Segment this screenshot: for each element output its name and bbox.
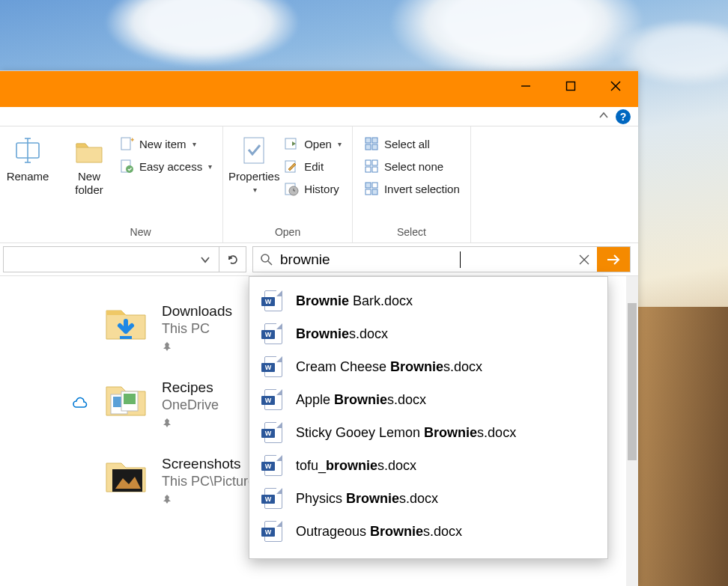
ribbon-header: ? — [0, 107, 638, 126]
edit-icon — [283, 158, 300, 174]
caret-down-icon: ▾ — [338, 140, 342, 148]
caret-down-icon: ▾ — [253, 186, 257, 194]
scrollbar-thumb[interactable] — [628, 303, 637, 460]
edit-label: Edit — [304, 160, 324, 173]
address-bar[interactable] — [3, 246, 246, 272]
folder-icon — [103, 456, 148, 496]
svg-rect-27 — [365, 189, 371, 195]
result-filename: Cream Cheese Brownies.docx — [296, 359, 482, 375]
refresh-button[interactable] — [219, 247, 246, 272]
search-result-item[interactable]: WApple Brownies.docx — [249, 383, 607, 416]
result-filename: Sticky Gooey Lemon Brownies.docx — [296, 425, 516, 441]
new-folder-icon — [73, 134, 106, 167]
search-input[interactable] — [280, 248, 461, 271]
svg-rect-19 — [365, 144, 371, 150]
pin-icon — [162, 494, 262, 507]
history-button[interactable]: History — [280, 177, 345, 200]
svg-rect-20 — [372, 144, 377, 150]
search-box[interactable] — [252, 246, 631, 272]
select-all-button[interactable]: Select all — [360, 132, 463, 155]
ribbon: Rename . New folder — [0, 126, 638, 243]
folder-name: Recipes — [162, 379, 219, 396]
history-icon — [283, 180, 300, 197]
address-dropdown-icon[interactable] — [192, 247, 219, 272]
select-none-button[interactable]: Select none — [360, 155, 463, 177]
word-doc-icon: W — [264, 356, 282, 377]
word-doc-icon: W — [264, 521, 282, 542]
search-result-item[interactable]: WCream Cheese Brownies.docx — [249, 350, 607, 383]
svg-rect-25 — [365, 183, 371, 188]
svg-point-29 — [261, 254, 269, 262]
pin-icon — [162, 341, 232, 354]
invert-selection-icon — [363, 180, 380, 197]
result-filename: tofu_brownies.docx — [296, 458, 416, 474]
collapse-ribbon-icon[interactable] — [598, 109, 610, 124]
svg-line-30 — [268, 261, 272, 265]
search-result-item[interactable]: Wtofu_brownies.docx — [249, 449, 607, 482]
invert-selection-label: Invert selection — [384, 183, 460, 195]
cloud-decoration — [105, 0, 300, 67]
new-item-icon: ✦ — [118, 135, 135, 152]
explorer-window: ? Rename . — [0, 70, 638, 586]
scrollbar[interactable] — [626, 276, 638, 586]
result-filename: Brownie Bark.docx — [296, 293, 413, 309]
ribbon-group-select-label: Select — [397, 226, 426, 241]
svg-rect-28 — [372, 189, 377, 195]
folder-name: Screenshots — [162, 456, 262, 472]
svg-rect-1 — [567, 82, 575, 91]
properties-icon — [237, 134, 270, 167]
folder-name: Downloads — [162, 303, 232, 320]
new-folder-button[interactable]: New folder — [66, 132, 112, 198]
minimize-button[interactable] — [503, 71, 548, 101]
word-doc-icon: W — [264, 488, 282, 509]
search-result-item[interactable]: WBrownies.docx — [249, 317, 607, 350]
open-menu[interactable]: Open ▾ — [280, 132, 345, 155]
svg-rect-18 — [372, 138, 377, 143]
caret-down-icon: ▾ — [192, 140, 196, 148]
search-go-button[interactable] — [597, 247, 630, 272]
rename-icon — [11, 134, 44, 167]
new-item-label: New item — [139, 138, 186, 150]
word-doc-icon: W — [264, 422, 282, 443]
result-filename: Apple Brownies.docx — [296, 392, 426, 408]
svg-rect-38 — [124, 394, 136, 404]
word-doc-icon: W — [264, 389, 282, 410]
history-label: History — [304, 183, 339, 195]
svg-rect-22 — [372, 160, 377, 165]
search-result-item[interactable]: WBrownie Bark.docx — [249, 284, 607, 317]
rename-button[interactable]: Rename — [4, 132, 51, 184]
folder-location: This PC\Pictures — [162, 474, 262, 489]
folder-location: This PC — [162, 321, 232, 337]
svg-rect-24 — [372, 167, 377, 172]
search-icon — [253, 253, 280, 266]
search-result-item[interactable]: WPhysics Brownies.docx — [249, 482, 607, 515]
close-button[interactable] — [593, 71, 638, 101]
svg-rect-26 — [372, 183, 377, 188]
select-none-label: Select none — [384, 160, 443, 173]
help-icon[interactable]: ? — [616, 109, 631, 124]
select-none-icon — [363, 158, 380, 174]
invert-selection-button[interactable]: Invert selection — [360, 177, 463, 200]
folder-icon — [103, 379, 148, 420]
open-icon — [283, 135, 300, 152]
properties-button[interactable]: Properties ▾ — [231, 132, 277, 195]
search-result-item[interactable]: WOutrageous Brownies.docx — [249, 515, 607, 548]
titlebar — [0, 71, 638, 107]
folder-icon — [103, 303, 148, 344]
cloud-status-icon — [72, 396, 88, 412]
svg-point-11 — [126, 165, 133, 173]
search-suggestions: WBrownie Bark.docxWBrownies.docxWCream C… — [249, 276, 608, 559]
result-filename: Physics Brownies.docx — [296, 491, 438, 507]
search-result-item[interactable]: WSticky Gooey Lemon Brownies.docx — [249, 416, 607, 449]
new-item-menu[interactable]: ✦ New item ▾ — [115, 132, 215, 155]
ribbon-group-open-label: Open — [275, 226, 300, 241]
select-all-icon — [363, 135, 380, 152]
word-doc-icon: W — [264, 455, 282, 476]
properties-label: Properties — [228, 170, 279, 183]
pin-icon — [162, 418, 219, 430]
open-label: Open — [304, 138, 332, 150]
edit-button[interactable]: Edit — [280, 155, 345, 177]
easy-access-menu[interactable]: Easy access ▾ — [115, 155, 215, 177]
maximize-button[interactable] — [548, 71, 593, 101]
clear-search-button[interactable] — [571, 254, 597, 265]
